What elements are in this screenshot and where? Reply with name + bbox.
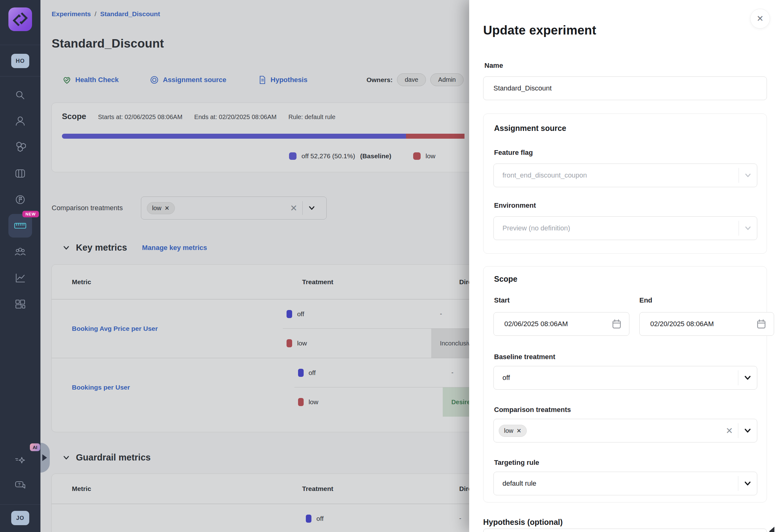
baseline-treatment-select[interactable]: off bbox=[494, 366, 757, 390]
table-header: Metric Treatment Direction bbox=[52, 474, 469, 504]
chip-remove-icon[interactable]: ✕ bbox=[517, 427, 522, 434]
legend-swatch-low bbox=[413, 152, 421, 160]
end-date-value: 02/20/2025 08:06AM bbox=[650, 320, 714, 328]
guardrail-metrics-title: Guardrail metrics bbox=[76, 452, 151, 463]
drawer-title: Update experiment bbox=[483, 23, 596, 37]
metric-link[interactable]: Bookings per User bbox=[52, 358, 294, 417]
experiments-icon[interactable]: NEW bbox=[8, 214, 32, 238]
guardrail-metrics-table: Metric Treatment Direction Average Durat… bbox=[51, 474, 469, 532]
meta-row: Health Check Assignment source Hypothesi… bbox=[62, 73, 464, 86]
owners: Owners: dave Admin bbox=[366, 73, 464, 86]
col-metric: Metric bbox=[52, 485, 302, 493]
app-logo[interactable] bbox=[8, 7, 32, 31]
owner-pill-dave[interactable]: dave bbox=[397, 73, 426, 86]
svg-text:?: ? bbox=[18, 482, 21, 487]
direction-value: Desired bbox=[443, 387, 469, 417]
guardrail-metrics-header: Guardrail metrics bbox=[62, 452, 151, 463]
columns-icon[interactable] bbox=[8, 162, 32, 185]
feature-flag-select[interactable]: front_end_discount_coupon bbox=[494, 164, 757, 187]
select-clear-icon[interactable]: ✕ bbox=[721, 426, 738, 436]
collapse-chevron-icon[interactable] bbox=[62, 454, 70, 462]
close-icon[interactable]: ✕ bbox=[750, 9, 770, 29]
key-metrics-table: Metric Treatment Direction Booking Avg P… bbox=[51, 264, 469, 432]
page-title: Standard_Discount bbox=[52, 37, 164, 50]
treatment-chip-low[interactable]: low ✕ bbox=[499, 425, 527, 437]
hypothesis-label: Hypothesis (optional) bbox=[483, 518, 563, 527]
sidebar-divider bbox=[0, 504, 40, 505]
chevron-down-icon bbox=[739, 171, 757, 179]
users-icon[interactable] bbox=[8, 109, 32, 133]
manage-key-metrics-link[interactable]: Manage key metrics bbox=[142, 244, 207, 252]
chip-label: low bbox=[504, 427, 513, 434]
start-date-value: 02/06/2025 08:06AM bbox=[504, 320, 568, 328]
comparison-treatments-select[interactable]: low ✕ ✕ bbox=[141, 197, 327, 220]
ai-assistant-icon[interactable]: AI bbox=[8, 448, 32, 471]
col-treatment: Treatment bbox=[302, 485, 451, 493]
col-metric: Metric bbox=[52, 278, 302, 286]
name-input[interactable]: Standard_Discount bbox=[483, 76, 767, 100]
environment-select[interactable]: Preview (no definition) bbox=[494, 216, 757, 240]
chip-label: low bbox=[152, 205, 161, 212]
sidebar-bottom: AI ? JO bbox=[0, 445, 40, 532]
comparison-treatments-select[interactable]: low ✕ ✕ bbox=[494, 419, 757, 442]
analytics-icon[interactable] bbox=[8, 266, 32, 290]
allocation-seg-low bbox=[406, 134, 465, 139]
treatment-swatch bbox=[306, 515, 311, 523]
chevron-down-icon[interactable] bbox=[738, 426, 757, 435]
metric-link[interactable]: Booking Avg Price per User bbox=[52, 299, 283, 358]
launch-flag-icon[interactable] bbox=[8, 188, 32, 211]
collapse-chevron-icon[interactable] bbox=[62, 244, 70, 252]
start-date-input[interactable]: 02/06/2025 08:06AM bbox=[494, 312, 629, 336]
owners-label: Owners: bbox=[366, 76, 393, 84]
end-date-input[interactable]: 02/20/2025 08:06AM bbox=[639, 312, 774, 336]
chip-remove-icon[interactable]: ✕ bbox=[165, 205, 169, 212]
scope-card-title: Scope bbox=[62, 112, 86, 121]
breadcrumb-experiments[interactable]: Experiments bbox=[52, 10, 91, 18]
chevron-down-icon[interactable] bbox=[738, 373, 757, 382]
targeting-rule-select[interactable]: default rule bbox=[494, 472, 757, 495]
sidebar-divider bbox=[0, 45, 40, 45]
user-avatar-badge[interactable]: JO bbox=[11, 511, 29, 525]
scope-ends-at: Ends at: 02/20/2025 08:06AM bbox=[194, 113, 276, 121]
audiences-icon[interactable] bbox=[8, 240, 32, 264]
feature-flags-icon[interactable] bbox=[8, 136, 32, 159]
breadcrumb-current[interactable]: Standard_Discount bbox=[100, 10, 160, 18]
treatment-row: off - bbox=[294, 358, 469, 387]
table-row: Bookings per User off - low Desired bbox=[52, 358, 469, 417]
dashboards-icon[interactable] bbox=[8, 292, 32, 316]
sidebar-expand-handle[interactable] bbox=[40, 443, 50, 473]
feature-flag-label: Feature flag bbox=[494, 149, 533, 157]
treatment-chip-low[interactable]: low ✕ bbox=[147, 202, 175, 214]
treatment-row: low Desired bbox=[294, 387, 469, 417]
treatment-swatch bbox=[286, 339, 292, 347]
col-direction: Direction bbox=[451, 485, 469, 493]
ai-badge: AI bbox=[30, 443, 40, 451]
chevron-right-icon bbox=[42, 454, 47, 461]
breadcrumb-separator: / bbox=[95, 10, 96, 18]
assignment-source-card: Assignment source Feature flag front_end… bbox=[483, 113, 767, 254]
help-chat-icon[interactable]: ? bbox=[8, 474, 32, 497]
hypothesis-link[interactable]: Hypothesis bbox=[257, 75, 308, 85]
health-check-link[interactable]: Health Check bbox=[62, 75, 118, 85]
allocation-legend: off 52,276 (50.1%) (Baseline) low bbox=[289, 152, 464, 160]
table-header: Metric Treatment Direction bbox=[52, 265, 469, 299]
name-label: Name bbox=[485, 62, 503, 70]
scope-card: Scope Start End 02/06/2025 08:06AM 02/20… bbox=[483, 266, 767, 502]
col-treatment: Treatment bbox=[302, 278, 451, 286]
scope-starts-at: Starts at: 02/06/2025 08:06AM bbox=[98, 113, 182, 121]
environment-label: Environment bbox=[494, 201, 536, 210]
comparison-treatments-row: Comparison treatments low ✕ ✕ bbox=[52, 197, 466, 220]
chevron-down-icon[interactable] bbox=[303, 204, 321, 212]
hypothesis-textarea[interactable] bbox=[483, 529, 767, 532]
owner-pill-admin[interactable]: Admin bbox=[430, 73, 464, 86]
resize-handle[interactable] bbox=[769, 527, 774, 532]
direction-value: - bbox=[443, 358, 469, 387]
workspace-badge[interactable]: HO bbox=[11, 54, 29, 68]
chevron-down-icon[interactable] bbox=[738, 479, 757, 488]
metric-link[interactable]: Average Duration in Property per Night bbox=[52, 504, 302, 532]
assignment-source-link[interactable]: Assignment source bbox=[150, 75, 226, 85]
direction-value: Inconclusive bbox=[431, 329, 469, 358]
targeting-rule-label: Targeting rule bbox=[494, 459, 539, 467]
search-icon[interactable] bbox=[8, 83, 32, 107]
select-clear-icon[interactable]: ✕ bbox=[285, 203, 302, 213]
